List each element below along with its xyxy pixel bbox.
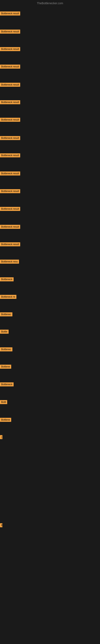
site-title: TheBottlenecker.com (37, 2, 63, 5)
bottleneck-badge-24: Bottlene (0, 418, 11, 422)
bottleneck-badge-25: | (0, 435, 2, 439)
bottleneck-item-15: Bottleneck resu (0, 260, 19, 264)
bottleneck-item-24: Bottlene (0, 418, 11, 422)
bottleneck-badge-26: B (0, 523, 2, 527)
bottleneck-badge-2: Bottleneck result (0, 30, 20, 34)
bottleneck-item-10: Bottleneck result (0, 172, 20, 176)
bottleneck-item-20: Bottlenec (0, 347, 12, 352)
bottleneck-item-13: Bottleneck result (0, 225, 20, 230)
bottleneck-item-2: Bottleneck result (0, 30, 20, 34)
bottleneck-item-12: Bottleneck result (0, 207, 20, 212)
bottleneck-badge-15: Bottleneck resu (0, 260, 19, 264)
bottleneck-item-23: Bottl (0, 400, 7, 405)
bottleneck-item-1: Bottleneck result (0, 12, 20, 16)
bottleneck-badge-20: Bottlenec (0, 347, 12, 352)
bottleneck-item-9: Bottleneck result (0, 153, 20, 158)
bottleneck-item-19: Bottle (0, 330, 9, 334)
bottleneck-badge-11: Bottleneck result (0, 189, 20, 193)
bottleneck-badge-22: Bottleneck (0, 382, 14, 386)
bottleneck-item-21: Bottlene (0, 365, 11, 370)
bottleneck-badge-17: Bottleneck re (0, 295, 16, 299)
bottleneck-item-17: Bottleneck re (0, 295, 16, 300)
bottleneck-item-7: Bottleneck result (0, 118, 20, 122)
bottleneck-item-11: Bottleneck result (0, 189, 20, 194)
bottleneck-badge-8: Bottleneck result (0, 136, 20, 140)
bottleneck-badge-5: Bottleneck result (0, 83, 20, 87)
bottleneck-item-16: Bottleneck (0, 277, 14, 282)
bottleneck-badge-6: Bottleneck result (0, 100, 20, 104)
bottleneck-badge-4: Bottleneck result (0, 64, 20, 69)
bottleneck-item-26: B (0, 523, 2, 528)
bottleneck-item-25: | (0, 435, 2, 440)
bottleneck-badge-10: Bottleneck result (0, 172, 20, 176)
bottleneck-badge-7: Bottleneck result (0, 118, 20, 122)
bottleneck-badge-18: Bottlenec (0, 312, 12, 316)
bottleneck-badge-14: Bottleneck result (0, 242, 20, 246)
bottleneck-item-4: Bottleneck result (0, 64, 20, 70)
bottleneck-item-14: Bottleneck result (0, 242, 20, 247)
bottleneck-badge-1: Bottleneck result (0, 12, 20, 16)
bottleneck-item-8: Bottleneck result (0, 136, 20, 141)
site-header: TheBottlenecker.com (0, 0, 100, 6)
bottleneck-item-22: Bottleneck (0, 382, 14, 387)
bottleneck-item-18: Bottlenec (0, 312, 12, 317)
bottleneck-item-5: Bottleneck result (0, 83, 20, 88)
bottleneck-badge-3: Bottleneck result (0, 47, 20, 51)
bottleneck-item-6: Bottleneck result (0, 100, 20, 105)
bottleneck-badge-13: Bottleneck result (0, 225, 20, 229)
bottleneck-badge-9: Bottleneck result (0, 153, 20, 158)
bottleneck-badge-21: Bottlene (0, 365, 11, 369)
bottleneck-item-3: Bottleneck result (0, 47, 20, 52)
bottleneck-badge-12: Bottleneck result (0, 207, 20, 211)
bottleneck-badge-16: Bottleneck (0, 277, 14, 281)
bottleneck-badge-23: Bottl (0, 400, 7, 404)
bottleneck-badge-19: Bottle (0, 330, 9, 334)
